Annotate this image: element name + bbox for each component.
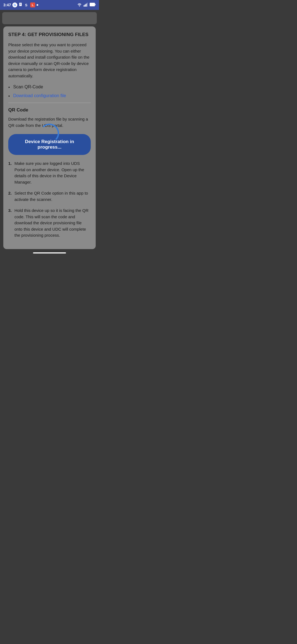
battery-icon xyxy=(90,3,96,7)
step-1: 1. Make sure you are logged into UDS Por… xyxy=(8,160,91,185)
l-icon: L xyxy=(30,2,35,7)
loading-spinner xyxy=(40,124,59,143)
svg-text:S: S xyxy=(25,3,28,7)
svg-rect-8 xyxy=(86,4,87,7)
steps-list: 1. Make sure you are logged into UDS Por… xyxy=(8,160,91,239)
status-time: 3:47 xyxy=(3,3,11,7)
top-search-bar[interactable] xyxy=(2,12,97,24)
qr-section-title: QR Code xyxy=(8,107,91,113)
svg-rect-1 xyxy=(20,4,21,4)
status-bar: 3:47 G S L xyxy=(0,0,99,10)
download-config-option[interactable]: Download configuration file xyxy=(8,93,91,98)
status-left: 3:47 G S L xyxy=(3,2,38,7)
svg-point-5 xyxy=(79,6,80,6)
step-1-num: 1. xyxy=(8,160,12,185)
s-icon: S xyxy=(24,3,29,7)
svg-rect-6 xyxy=(84,5,84,7)
section-divider xyxy=(8,103,91,103)
scan-qr-label: Scan QR-Code xyxy=(13,84,43,89)
notification-dot xyxy=(37,4,38,6)
svg-rect-11 xyxy=(95,4,96,6)
signal-icon xyxy=(84,3,88,7)
step-2: 2. Select the QR Code option in this app… xyxy=(8,190,91,203)
step-3-text: Hold this device up so it is facing the … xyxy=(15,208,91,239)
step-1-text: Make sure you are logged into UDS Portal… xyxy=(15,160,91,185)
svg-rect-2 xyxy=(20,4,21,4)
svg-rect-9 xyxy=(87,3,88,7)
step-3-num: 3. xyxy=(8,208,12,239)
doc-icon xyxy=(19,3,23,7)
step-title: STEP 4: GET PROVISIONING FILES xyxy=(8,32,91,37)
step-2-num: 2. xyxy=(8,190,12,203)
status-right xyxy=(77,3,96,7)
svg-rect-12 xyxy=(90,3,94,6)
provisioning-card: STEP 4: GET PROVISIONING FILES Please se… xyxy=(3,26,96,249)
svg-rect-3 xyxy=(20,5,21,5)
google-icon: G xyxy=(12,2,17,7)
wifi-icon xyxy=(77,3,82,7)
home-indicator xyxy=(33,252,66,253)
step-description: Please select the way you want to procee… xyxy=(8,42,91,79)
step-2-text: Select the QR Code option in this app to… xyxy=(15,190,91,203)
download-config-link[interactable]: Download configuration file xyxy=(13,93,66,98)
scan-qr-option[interactable]: Scan QR-Code xyxy=(8,84,91,89)
svg-rect-7 xyxy=(85,4,86,7)
options-list: Scan QR-Code Download configuration file xyxy=(8,84,91,98)
step-3: 3. Hold this device up so it is facing t… xyxy=(8,208,91,239)
